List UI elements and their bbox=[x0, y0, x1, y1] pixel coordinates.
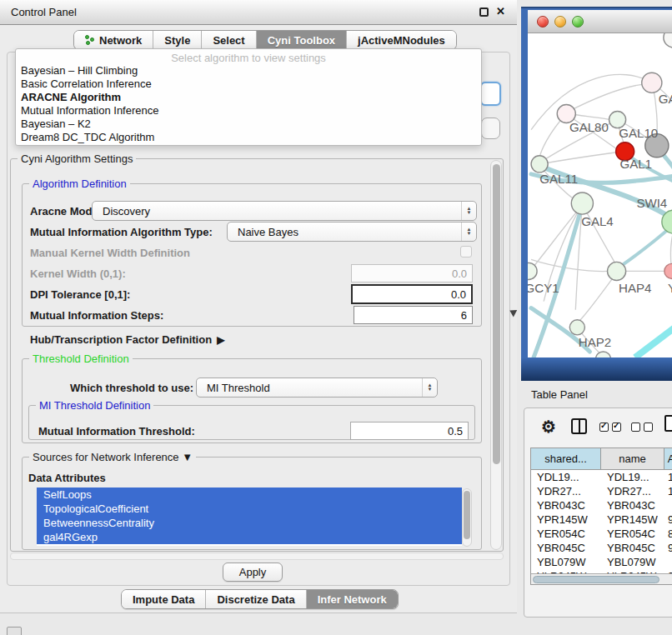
dropdown-item[interactable]: Basic Correlation Inference bbox=[16, 78, 481, 91]
dpi-tolerance-label: DPI Tolerance [0,1]: bbox=[30, 288, 130, 301]
dropdown-item[interactable]: Dream8 DC_TDC Algorithm bbox=[16, 131, 481, 144]
combo-arrows-icon: ▲▼ bbox=[422, 378, 437, 397]
tab-style-label: Style bbox=[164, 34, 190, 47]
column-header-shared-name[interactable]: shared... bbox=[531, 448, 601, 469]
mi-steps-field[interactable]: 6 bbox=[354, 306, 473, 324]
aracne-mode-combobox[interactable]: Discovery ▲▼ bbox=[92, 201, 477, 221]
algorithm-combobox-focus-fragment[interactable] bbox=[480, 82, 501, 106]
list-item[interactable]: gal4RGexp bbox=[37, 530, 462, 544]
table-row[interactable]: YBR045CYBR045C9. bbox=[531, 541, 672, 555]
dpi-tolerance-field[interactable]: 0.0 bbox=[351, 284, 473, 304]
node[interactable] bbox=[595, 352, 610, 358]
table-hscrollbar[interactable] bbox=[531, 573, 672, 584]
cell bbox=[664, 498, 672, 512]
tab-discretize-data[interactable]: Discretize Data bbox=[205, 590, 305, 608]
node-label: SWI4 bbox=[636, 196, 667, 210]
table-row[interactable]: YPR145WYPR145W9. bbox=[531, 512, 672, 527]
tab-cyni-toolbox[interactable]: Cyni Toolbox bbox=[256, 31, 346, 49]
minimize-traffic-light[interactable] bbox=[554, 16, 566, 28]
apply-button[interactable]: Apply bbox=[223, 562, 283, 582]
network-canvas[interactable]: GAL GAL80 GAL10 GAL1 GAL11 GAL4 SWI4 GCY… bbox=[528, 33, 672, 358]
gear-icon[interactable]: ⚙ bbox=[541, 417, 556, 437]
settings-hscrollbar[interactable] bbox=[10, 552, 504, 560]
node-y[interactable] bbox=[664, 263, 672, 278]
dropdown-placeholder: Select algorithm to view settings bbox=[16, 52, 481, 64]
node-gal[interactable] bbox=[642, 72, 662, 92]
group-title: Cyni Algorithm Settings bbox=[18, 152, 136, 165]
tab-style[interactable]: Style bbox=[153, 31, 201, 49]
cyni-bottom-tabs: Impute Data Discretize Data Infer Networ… bbox=[121, 589, 399, 609]
settings-scrollbar[interactable] bbox=[490, 160, 502, 550]
checked-checkbox-icon[interactable] bbox=[599, 422, 609, 432]
list-item[interactable]: TopologicalCoefficient bbox=[37, 502, 462, 516]
mi-threshold-label: Mutual Information Threshold: bbox=[38, 425, 195, 438]
list-item[interactable]: BetweennessCentrality bbox=[37, 516, 462, 530]
node-hap4[interactable] bbox=[608, 262, 626, 280]
settings-scrollbar-thumb[interactable] bbox=[493, 164, 500, 464]
tab-discretize-data-label: Discretize Data bbox=[217, 593, 294, 606]
table-panel-title: Table Panel bbox=[531, 388, 588, 401]
table-row[interactable]: YDL19...YDL19...13 bbox=[531, 470, 672, 484]
tab-jactivemnodules[interactable]: jActiveMNodules bbox=[346, 31, 456, 49]
cell: 9. bbox=[664, 512, 672, 527]
network-edge-cyan bbox=[635, 327, 672, 358]
attributes-scrollbar-thumb[interactable] bbox=[464, 491, 470, 539]
cell: YBR043C bbox=[601, 498, 664, 512]
tab-select-label: Select bbox=[213, 34, 244, 47]
dropdown-item-selected[interactable]: ARACNE Algorithm bbox=[16, 91, 481, 104]
sources-expander[interactable]: Sources for Network Inference ▼ bbox=[29, 451, 196, 463]
float-window-icon[interactable] bbox=[479, 8, 489, 17]
dropdown-item[interactable]: Bayesian – Hill Climbing bbox=[16, 64, 481, 78]
which-threshold-combobox[interactable]: MI Threshold ▲▼ bbox=[196, 378, 438, 398]
algorithm-dropdown-list: Select algorithm to view settings Bayesi… bbox=[15, 48, 482, 146]
cell: YPR145W bbox=[531, 512, 601, 527]
table-row[interactable]: YDR27...YDR27...12 bbox=[531, 484, 672, 498]
table-row[interactable]: YBL079WYBL079W bbox=[531, 555, 672, 569]
hidden-button-fragment[interactable] bbox=[481, 118, 500, 139]
table-row[interactable]: YER054CYER054C8. bbox=[531, 527, 672, 541]
group-title: Algorithm Definition bbox=[29, 178, 130, 190]
close-traffic-light[interactable] bbox=[537, 16, 549, 28]
tab-select[interactable]: Select bbox=[201, 31, 255, 49]
hub-tf-definition-expander[interactable]: Hub/Transcription Factor Definition▶ bbox=[30, 333, 224, 346]
table-hscrollbar-thumb[interactable] bbox=[533, 576, 659, 583]
manual-kernel-checkbox[interactable] bbox=[460, 246, 472, 258]
tab-impute-data[interactable]: Impute Data bbox=[122, 590, 205, 608]
node[interactable] bbox=[664, 33, 672, 48]
combo-arrows-icon: ▲▼ bbox=[461, 222, 476, 241]
list-item[interactable]: SelfLoops bbox=[37, 488, 462, 502]
network-window-frame-bottom bbox=[521, 358, 672, 381]
collapsed-arrow-icon: ▶ bbox=[217, 334, 224, 346]
attributes-scrollbar[interactable] bbox=[462, 488, 472, 547]
tab-infer-network[interactable]: Infer Network bbox=[306, 590, 398, 608]
unchecked-checkbox-icon[interactable] bbox=[644, 422, 653, 432]
close-icon[interactable]: ✕ bbox=[496, 5, 505, 18]
node-hap2[interactable] bbox=[569, 320, 584, 335]
table-row[interactable]: YBR043CYBR043C bbox=[531, 498, 672, 512]
dropdown-item[interactable]: Mutual Information Inference bbox=[16, 104, 481, 118]
tab-network-label: Network bbox=[99, 34, 142, 47]
zoom-traffic-light[interactable] bbox=[572, 16, 584, 28]
node-gal11[interactable] bbox=[531, 156, 548, 172]
table-header-row: shared... name A bbox=[531, 448, 672, 470]
panel-title: Control Panel bbox=[11, 6, 77, 18]
minimized-panel-icon[interactable] bbox=[7, 627, 22, 635]
column-header-partial[interactable]: A bbox=[664, 448, 672, 469]
mi-threshold-field[interactable]: 0.5 bbox=[350, 422, 469, 440]
data-attributes-label: Data Attributes bbox=[28, 472, 106, 484]
mi-algorithm-type-combobox[interactable]: Naive Bayes ▲▼ bbox=[227, 222, 477, 242]
tab-cyni-toolbox-label: Cyni Toolbox bbox=[268, 34, 335, 47]
dropdown-item[interactable]: Bayesian – K2 bbox=[16, 118, 481, 131]
aracne-mode-value: Discovery bbox=[93, 205, 461, 218]
split-columns-icon[interactable] bbox=[571, 418, 587, 434]
network-view-window: GAL GAL80 GAL10 GAL1 GAL11 GAL4 SWI4 GCY… bbox=[521, 7, 672, 379]
kernel-width-field[interactable]: 0.0 bbox=[351, 264, 473, 282]
node-label: HAP4 bbox=[619, 281, 651, 295]
node-gal4[interactable] bbox=[571, 192, 593, 214]
node-gcy1[interactable] bbox=[528, 262, 537, 279]
column-header-name[interactable]: name bbox=[601, 448, 664, 469]
checked-checkbox-icon[interactable] bbox=[612, 422, 621, 432]
tab-network[interactable]: Network bbox=[74, 31, 153, 49]
unchecked-checkbox-icon[interactable] bbox=[631, 422, 640, 432]
document-icon[interactable] bbox=[664, 415, 672, 432]
